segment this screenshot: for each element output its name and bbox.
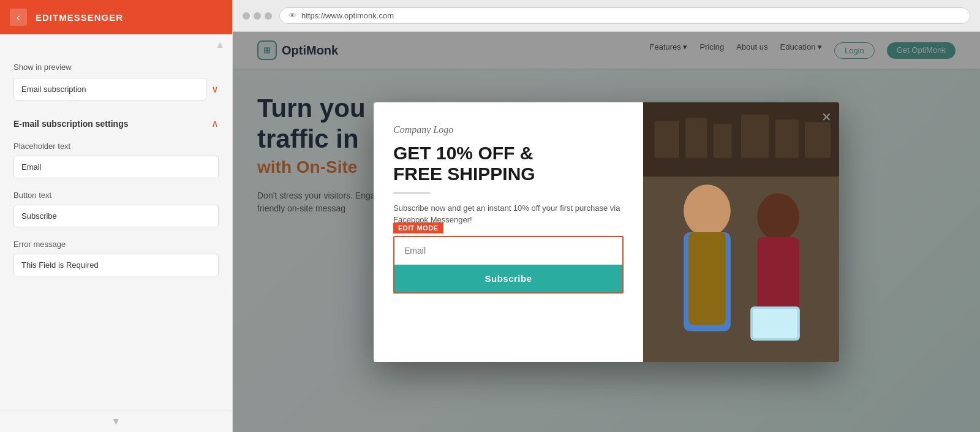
popup-headline: GET 10% OFF &FREE SHIPPING — [393, 143, 624, 185]
show-in-preview-input[interactable] — [13, 78, 206, 100]
error-message-group: Error message — [13, 240, 219, 276]
back-button[interactable]: ‹ — [10, 9, 27, 26]
panel-title: EDITMESSENGER — [36, 12, 123, 23]
popup-modal: ✕ Company Logo GET 10% OFF &FREE SHIPPIN… — [374, 102, 839, 362]
svg-point-11 — [757, 193, 799, 240]
right-panel: 👁 https://www.optimonk.com ⊞ OptiMonk Fe… — [233, 0, 980, 432]
popup-overlay: ✕ Company Logo GET 10% OFF &FREE SHIPPIN… — [233, 32, 980, 432]
show-in-preview-row: ∨ — [13, 78, 219, 100]
left-panel: ‹ EDITMESSENGER ▲ Show in preview ∨ E-ma… — [0, 0, 233, 432]
popup-company-logo: Company Logo — [393, 124, 624, 135]
url-text: https://www.optimonk.com — [301, 11, 394, 20]
chevron-down-icon[interactable]: ∨ — [211, 83, 219, 95]
svg-point-8 — [684, 184, 731, 237]
address-bar[interactable]: 👁 https://www.optimonk.com — [279, 7, 970, 24]
panel-header: ‹ EDITMESSENGER — [0, 0, 232, 34]
email-subscription-section-header: E-mail subscription settings ∧ — [13, 115, 219, 129]
browser-dot-red — [243, 12, 250, 20]
chevron-up-icon[interactable]: ∧ — [211, 118, 219, 129]
popup-close-button[interactable]: ✕ — [821, 110, 832, 124]
edit-mode-badge: EDIT MODE — [393, 222, 443, 233]
scroll-up-icon: ▲ — [215, 39, 225, 50]
svg-rect-7 — [805, 122, 831, 158]
browser-traffic-lights — [243, 12, 272, 20]
browser-dot-yellow — [254, 12, 261, 20]
left-content-area: Show in preview ∨ E-mail subscription se… — [0, 50, 232, 411]
popup-form: Subscribe — [393, 236, 624, 294]
svg-rect-2 — [655, 121, 679, 158]
placeholder-text-input[interactable] — [13, 156, 219, 178]
button-text-label: Button text — [13, 191, 219, 200]
email-subscription-label: E-mail subscription settings — [13, 119, 128, 129]
button-text-group: Button text — [13, 191, 219, 227]
scroll-down-indicator: ▼ — [0, 411, 232, 432]
svg-rect-4 — [714, 124, 732, 158]
back-icon: ‹ — [17, 11, 20, 24]
svg-rect-10 — [688, 232, 726, 325]
browser-dot-green — [265, 12, 272, 20]
svg-rect-14 — [753, 309, 797, 338]
browser-chrome: 👁 https://www.optimonk.com — [233, 0, 980, 32]
popup-email-input[interactable] — [394, 237, 622, 265]
placeholder-text-label: Placeholder text — [13, 142, 219, 151]
error-message-input[interactable] — [13, 254, 219, 276]
popup-left-content: Company Logo GET 10% OFF &FREE SHIPPING … — [374, 102, 643, 362]
edit-mode-wrapper: EDIT MODE Subscribe — [393, 236, 624, 294]
show-in-preview-group: Show in preview ∨ — [13, 63, 219, 100]
browser-content: ⊞ OptiMonk Features ▾ Pricing About us E… — [233, 32, 980, 432]
button-text-input[interactable] — [13, 205, 219, 227]
popup-divider — [393, 192, 430, 194]
svg-rect-3 — [685, 118, 707, 158]
show-in-preview-label: Show in preview — [13, 63, 219, 72]
popup-subscribe-button[interactable]: Subscribe — [394, 265, 622, 292]
svg-rect-6 — [775, 119, 799, 158]
eye-icon: 👁 — [288, 11, 296, 20]
people-svg — [643, 102, 839, 362]
popup-right-image — [643, 102, 839, 362]
placeholder-text-group: Placeholder text — [13, 142, 219, 178]
svg-rect-5 — [741, 115, 769, 158]
people-image — [643, 102, 839, 362]
error-message-label: Error message — [13, 240, 219, 249]
